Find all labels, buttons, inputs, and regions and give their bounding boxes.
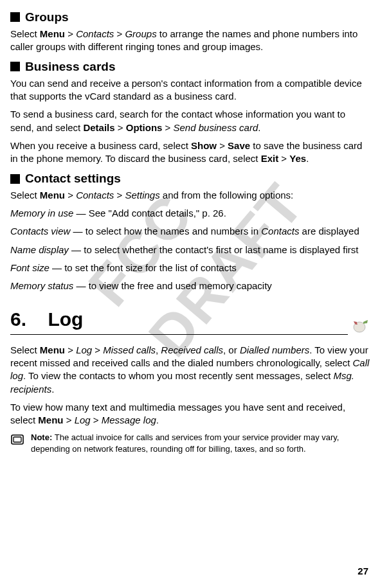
path-item: Groups [125, 28, 156, 39]
menu-label: Options [126, 122, 163, 133]
path-item: Contacts [76, 190, 114, 200]
groups-paragraph: Select Menu > Contacts > Groups to arran… [10, 28, 370, 54]
option-label: Memory status [10, 280, 73, 291]
note-text: Note: The actual invoice for calls and s… [31, 432, 370, 454]
call-log-icon [352, 318, 370, 334]
text: — to view the free and used memory capac… [73, 280, 271, 291]
text: . [306, 153, 309, 164]
path-item: Log [75, 414, 91, 425]
section-title: Groups [25, 9, 69, 26]
separator: > [217, 140, 228, 151]
svg-rect-2 [14, 437, 21, 442]
menu-label: Menu [40, 344, 65, 355]
chapter-number: 6. [10, 308, 26, 330]
separator: > [65, 190, 76, 200]
bullet-square-icon [10, 62, 20, 71]
section-heading-groups: Groups [10, 9, 370, 26]
business-p3: When you receive a business card, select… [10, 139, 370, 166]
bullet-square-icon [10, 174, 20, 184]
text: . To view the contacts to whom you most … [23, 370, 333, 381]
option-label: Font size [10, 262, 50, 273]
option-memory-status: Memory status — to view the free and use… [10, 280, 370, 292]
option-memory-in-use: Memory in use — See "Add contact details… [10, 207, 370, 220]
text: The actual invoice for calls and service… [31, 432, 339, 454]
menu-label: Show [191, 140, 217, 151]
text: When you receive a business card, select [10, 140, 191, 151]
text: . [51, 384, 54, 395]
separator: > [92, 344, 103, 355]
text: Select [10, 344, 40, 355]
note-icon [10, 433, 26, 446]
option-font-size: Font size — to set the font size for the… [10, 262, 370, 274]
business-p2: To send a business card, search for the … [10, 108, 370, 134]
chapter-heading-row: 6. Log [10, 307, 370, 335]
menu-label: Menu [40, 28, 65, 39]
page-number: 27 [357, 565, 368, 578]
chapter-heading: 6. Log [10, 307, 348, 335]
separator: > [114, 28, 125, 39]
separator: > [65, 28, 76, 39]
separator: > [278, 153, 289, 164]
page-content: Groups Select Menu > Contacts > Groups t… [10, 9, 370, 455]
business-p1: You can send and receive a person's cont… [10, 77, 370, 103]
option-contacts-view: Contacts view — to select how the names … [10, 225, 370, 238]
note-block: Note: The actual invoice for calls and s… [10, 432, 370, 454]
text: and from the following options: [160, 190, 294, 200]
path-item: Missed calls [103, 344, 156, 355]
note-label: Note: [31, 432, 55, 442]
path-item: Dialled numbers [240, 344, 309, 355]
path-item: Message log [102, 414, 156, 425]
text: — to set the font size for the list of c… [50, 262, 237, 273]
path-item: Contacts [261, 226, 299, 236]
separator: > [162, 122, 173, 133]
menu-label: Details [83, 122, 114, 133]
separator: > [64, 414, 75, 425]
bullet-square-icon [10, 12, 20, 22]
text: , or [223, 344, 240, 355]
menu-label: Menu [38, 414, 63, 425]
option-name-display: Name display — to select whether the con… [10, 244, 370, 256]
path-item: Settings [125, 190, 159, 200]
path-item: Received calls [161, 344, 223, 355]
text: — to select whether the contact's first … [69, 244, 359, 255]
path-item: Log [76, 344, 92, 355]
text: . [258, 122, 260, 133]
menu-label: Yes [289, 153, 306, 164]
option-label: Contacts view [10, 226, 70, 236]
option-label: Name display [10, 244, 69, 255]
option-label: Memory in use [10, 208, 73, 218]
section-title: Contact settings [25, 170, 121, 187]
contact-settings-intro: Select Menu > Contacts > Settings and fr… [10, 189, 370, 202]
section-title: Business cards [25, 58, 115, 75]
text: — See "Add contact details," p. 26. [73, 208, 226, 218]
section-heading-business-cards: Business cards [10, 58, 370, 75]
log-p2: To view how many text and multimedia mes… [10, 401, 370, 427]
path-item: Send business card [174, 122, 258, 133]
text: Select [10, 190, 40, 200]
text: . [156, 414, 159, 425]
menu-label: Exit [261, 153, 279, 164]
text: — to select how the names and numbers in [70, 226, 261, 236]
separator: > [114, 190, 125, 200]
text: are displayed [299, 226, 359, 236]
path-item: Contacts [76, 28, 114, 39]
separator: > [91, 414, 102, 425]
separator: > [65, 344, 76, 355]
menu-label: Save [228, 140, 250, 151]
menu-label: Menu [40, 190, 65, 200]
text: Select [10, 28, 40, 39]
separator: > [115, 122, 126, 133]
section-heading-contact-settings: Contact settings [10, 170, 370, 187]
log-p1: Select Menu > Log > Missed calls, Receiv… [10, 344, 370, 396]
chapter-title: Log [48, 308, 83, 330]
